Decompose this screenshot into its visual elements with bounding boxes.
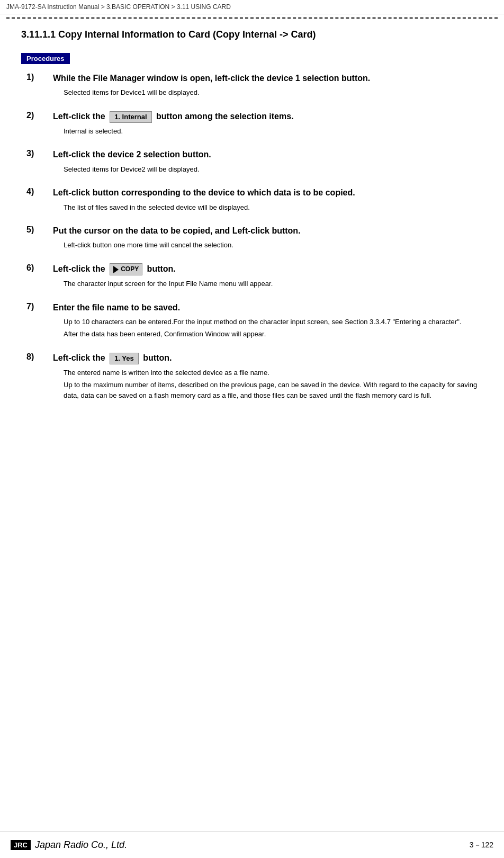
step-7-main: Enter the file name to be saved.	[53, 302, 483, 314]
step-7-content: Enter the file name to be saved. Up to 1…	[53, 302, 483, 342]
step-2-number: 2)	[26, 111, 53, 138]
step-5-main: Put the cursor on the data to be copied,…	[53, 225, 483, 237]
step-2-note: Internal is selected.	[64, 126, 483, 137]
step-2: 2) Left-click the 1. Internal button amo…	[26, 111, 483, 138]
step-2-main: Left-click the 1. Internal button among …	[53, 111, 483, 123]
step-3-main: Left-click the device 2 selection button…	[53, 149, 483, 160]
step-6-number: 6)	[26, 263, 53, 291]
step-1-number: 1)	[26, 73, 53, 100]
step-1-main: While the File Manager window is open, l…	[53, 73, 483, 84]
copy-arrow-icon	[113, 266, 119, 273]
step-4-content: Left-click button corresponding to the d…	[53, 187, 483, 215]
internal-button[interactable]: 1. Internal	[110, 111, 151, 123]
breadcrumb-text: JMA-9172-SA Instruction Manual > 3.BASIC…	[6, 3, 231, 11]
step-5: 5) Put the cursor on the data to be copi…	[26, 225, 483, 253]
step-5-note: Left-click button one more time will can…	[64, 240, 483, 251]
procedures-badge: Procedures	[21, 53, 70, 64]
footer-company: Japan Radio Co., Ltd.	[35, 839, 127, 851]
step-8: 8) Left-click the 1. Yes button. The ent…	[26, 352, 483, 403]
step-2-content: Left-click the 1. Internal button among …	[53, 111, 483, 138]
step-4-number: 4)	[26, 187, 53, 215]
footer: JRC Japan Radio Co., Ltd. 3－122	[0, 832, 504, 858]
steps-container: 1) While the File Manager window is open…	[26, 73, 483, 403]
footer-logo: JRC Japan Radio Co., Ltd.	[11, 839, 127, 851]
breadcrumb: JMA-9172-SA Instruction Manual > 3.BASIC…	[0, 0, 504, 14]
step-4: 4) Left-click button corresponding to th…	[26, 187, 483, 215]
step-8-content: Left-click the 1. Yes button. The entere…	[53, 352, 483, 403]
step-3-note: Selected items for Device2 will be displ…	[64, 164, 483, 175]
step-6: 6) Left-click the COPY button. The chara…	[26, 263, 483, 291]
section-heading: 3.11.1.1 Copy Internal Information to Ca…	[21, 29, 483, 40]
step-5-content: Put the cursor on the data to be copied,…	[53, 225, 483, 253]
step-7-note1: Up to 10 characters can be entered.For t…	[64, 317, 483, 327]
main-content: 3.11.1.1 Copy Internal Information to Ca…	[0, 19, 504, 445]
yes-button[interactable]: 1. Yes	[110, 353, 139, 364]
step-8-note1: The entered name is written into the sel…	[64, 368, 483, 378]
step-7-number: 7)	[26, 302, 53, 342]
step-6-note: The character input screen for the Input…	[64, 279, 483, 289]
step-1: 1) While the File Manager window is open…	[26, 73, 483, 100]
step-1-note: Selected items for Device1 will be displ…	[64, 87, 483, 98]
step-8-number: 8)	[26, 352, 53, 403]
step-4-main: Left-click button corresponding to the d…	[53, 187, 483, 199]
step-8-main: Left-click the 1. Yes button.	[53, 352, 483, 364]
step-6-main: Left-click the COPY button.	[53, 263, 483, 275]
step-7: 7) Enter the file name to be saved. Up t…	[26, 302, 483, 342]
step-3-content: Left-click the device 2 selection button…	[53, 149, 483, 176]
step-8-note2: Up to the maximum number of items, descr…	[64, 380, 483, 400]
step-3: 3) Left-click the device 2 selection but…	[26, 149, 483, 176]
step-6-content: Left-click the COPY button. The characte…	[53, 263, 483, 291]
step-3-number: 3)	[26, 149, 53, 176]
copy-button-label: COPY	[121, 265, 139, 274]
step-1-content: While the File Manager window is open, l…	[53, 73, 483, 100]
step-5-number: 5)	[26, 225, 53, 253]
step-4-note: The list of files saved in the selected …	[64, 202, 483, 213]
footer-page: 3－122	[470, 841, 493, 850]
copy-button[interactable]: COPY	[110, 263, 142, 275]
jrc-badge: JRC	[11, 840, 31, 850]
step-7-note2: After the data has been entered, Confirm…	[64, 329, 483, 339]
